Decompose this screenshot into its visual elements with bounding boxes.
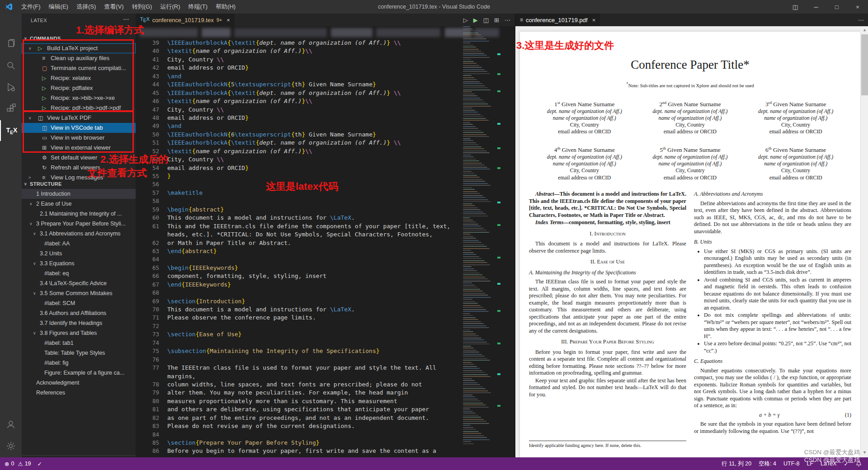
structure-item[interactable]: ∨3.5 Some Common Mistakes: [22, 288, 136, 298]
structure-item[interactable]: ∨3.1 Abbreviations and Acronyms: [22, 229, 136, 239]
structure-item[interactable]: Figure: Example of a figure ca...: [22, 368, 136, 378]
latex-build-status[interactable]: ✓: [38, 461, 42, 467]
line-number: 42: [136, 64, 167, 72]
tex-tab-bar: TEX conference_101719.tex 9+ × ▷ ▶ ◫ ⊞ ⋯: [136, 14, 515, 26]
structure-item[interactable]: ∨3.3 Equations: [22, 258, 136, 268]
ruler-mark: [497, 90, 500, 92]
structure-item[interactable]: #label: eq: [22, 268, 136, 278]
menu-0[interactable]: 文件(F): [17, 0, 45, 14]
activity-extensions-icon[interactable]: [0, 99, 22, 119]
structure-item[interactable]: 1 Introduction: [22, 189, 136, 199]
encoding[interactable]: UTF-8: [783, 461, 799, 467]
code-line: 66component, formatting, style, styling,…: [136, 272, 461, 280]
line-number: 51: [136, 139, 167, 147]
activity-search-icon[interactable]: [0, 55, 22, 76]
editor-actions: ▷ ▶ ◫ ⊞ ⋯: [463, 14, 510, 26]
menu-2[interactable]: 选择(S): [72, 0, 100, 14]
structure-item[interactable]: #label: fig: [22, 358, 136, 368]
activity-tex-icon[interactable]: TEX: [0, 120, 23, 141]
structure-item-label: 1 Introduction: [36, 189, 71, 199]
structure-item[interactable]: ∨3 Prepare Your Paper Before Styli...: [22, 219, 136, 229]
structure-item[interactable]: Acknowledgment: [22, 378, 136, 388]
scrollbar-thumb[interactable]: [861, 34, 868, 95]
line-number: 59: [136, 206, 167, 214]
line-number: 86: [136, 447, 167, 455]
pdf-scrollbar[interactable]: ▲ ▼: [861, 26, 868, 457]
pdf-funding-footnote: Identify applicable funding agency here.…: [529, 441, 686, 448]
menu-5[interactable]: 运行(R): [156, 0, 184, 14]
layout-toggle-icon[interactable]: ◫: [785, 0, 806, 14]
build-icon[interactable]: ▶: [473, 17, 478, 24]
menu-6[interactable]: 终端(T): [184, 0, 212, 14]
line-number: 61: [136, 222, 167, 230]
code-editor[interactable]: 39\IEEEauthorblockA{\textit{dept. name o…: [136, 39, 461, 457]
minimap[interactable]: [461, 26, 495, 457]
code-line: 40\textit{name of organization (of Aff.)…: [136, 47, 461, 55]
minimize-button[interactable]: ─: [806, 0, 826, 14]
structure-item[interactable]: Table: Table Type Styles: [22, 348, 136, 358]
pdf-heading-introduction: I. Introduction: [529, 230, 686, 238]
structure-item[interactable]: 3.7 Identify the Headings: [22, 318, 136, 328]
redacted-block: [376, 28, 440, 37]
activity-account-icon[interactable]: [0, 414, 22, 435]
structure-item[interactable]: References: [22, 388, 136, 398]
structure-item[interactable]: 3.6 Authors and Affiliations: [22, 308, 136, 318]
tab-conference-pdf[interactable]: ≡ conference_101719.pdf ×: [515, 14, 600, 26]
line-number: 83: [136, 422, 167, 430]
structure-section-header[interactable]: ∨ STRUCTURE: [22, 179, 136, 189]
chevron-down-icon: ∨: [29, 219, 33, 229]
scroll-up-icon[interactable]: ▲: [862, 28, 868, 32]
structure-item[interactable]: ∨2 Ease of Use: [22, 199, 136, 209]
pdf-paper-title: Conference Paper Title*: [520, 58, 860, 72]
sidebar-more-actions-icon[interactable]: ⋯: [123, 15, 129, 23]
line-number: 40: [136, 47, 167, 55]
eol-selector[interactable]: LF: [807, 461, 813, 467]
pdf-viewer[interactable]: Conference Paper Title* *Note: Sub-title…: [515, 26, 868, 457]
structure-item[interactable]: 3.4 \LaTeX-Specific Advice: [22, 278, 136, 288]
language-mode[interactable]: LaTeX: [821, 461, 836, 467]
structure-item[interactable]: #label: tab1: [22, 338, 136, 348]
structure-item[interactable]: 2.1 Maintaining the Integrity of ...: [22, 209, 136, 219]
line-number: 66: [136, 272, 167, 280]
structure-item[interactable]: 3.2 Units: [22, 249, 136, 258]
activity-run-debug-icon[interactable]: [0, 77, 22, 98]
menu-3[interactable]: 查看(V): [100, 0, 127, 14]
pdf-units-bullet-list: Use either SI (MKS) or CGS as primary un…: [694, 248, 851, 355]
activity-settings-icon[interactable]: [0, 436, 22, 456]
menu-4[interactable]: 转到(G): [128, 0, 156, 14]
run-menu-icon[interactable]: ▷: [463, 17, 468, 24]
line-number: 39: [136, 39, 167, 47]
code-line: 62or Math in Paper Title or Abstract.: [136, 239, 461, 247]
structure-item[interactable]: #label: SCM: [22, 298, 136, 308]
notifications-bell-icon[interactable]: [856, 461, 862, 467]
line-number: 48: [136, 114, 167, 122]
code-line: 85\section{Prepare Your Paper Before Sty…: [136, 439, 461, 447]
open-preview-icon[interactable]: ◫: [483, 17, 489, 24]
close-button[interactable]: ×: [847, 0, 868, 14]
editor-group-tex: TEX conference_101719.tex 9+ × ▷ ▶ ◫ ⊞ ⋯…: [136, 14, 515, 457]
structure-item[interactable]: ∨3.8 Figures and Tables: [22, 328, 136, 338]
title-bar: 文件(F)编辑(E)选择(S)查看(V)转到(G)运行(R)终端(T)帮助(H)…: [0, 0, 868, 14]
activity-explorer-icon[interactable]: [0, 33, 22, 54]
line-number: 70: [136, 306, 167, 314]
menu-7[interactable]: 帮助(H): [212, 0, 240, 14]
split-editor-icon[interactable]: ⊞: [494, 17, 499, 24]
restore-button[interactable]: □: [826, 0, 847, 14]
tab-conference-tex[interactable]: TEX conference_101719.tex 9+ ×: [136, 14, 235, 26]
cursor-position[interactable]: 行 11, 列 20: [722, 460, 751, 468]
check-icon: ✓: [38, 461, 42, 467]
close-icon[interactable]: ×: [226, 17, 230, 24]
more-actions-icon[interactable]: ⋯: [858, 17, 864, 24]
problems-indicator[interactable]: ⊗0 ⚠19: [5, 461, 31, 467]
more-actions-icon[interactable]: ⋯: [505, 17, 510, 24]
scroll-down-icon[interactable]: ▼: [862, 450, 868, 455]
line-number: [136, 230, 167, 239]
check-icon[interactable]: ✓: [844, 461, 849, 467]
menu-1[interactable]: 编辑(E): [45, 0, 72, 14]
structure-item-label: Table: Table Type Styles: [44, 348, 105, 358]
pdf-paragraph: Number equations consecutively. To make …: [694, 367, 851, 409]
indentation[interactable]: 空格: 4: [759, 460, 776, 468]
close-icon[interactable]: ×: [592, 17, 596, 24]
window-controls: ◫ ─ □ ×: [785, 0, 868, 14]
structure-item[interactable]: #label: AA: [22, 239, 136, 249]
